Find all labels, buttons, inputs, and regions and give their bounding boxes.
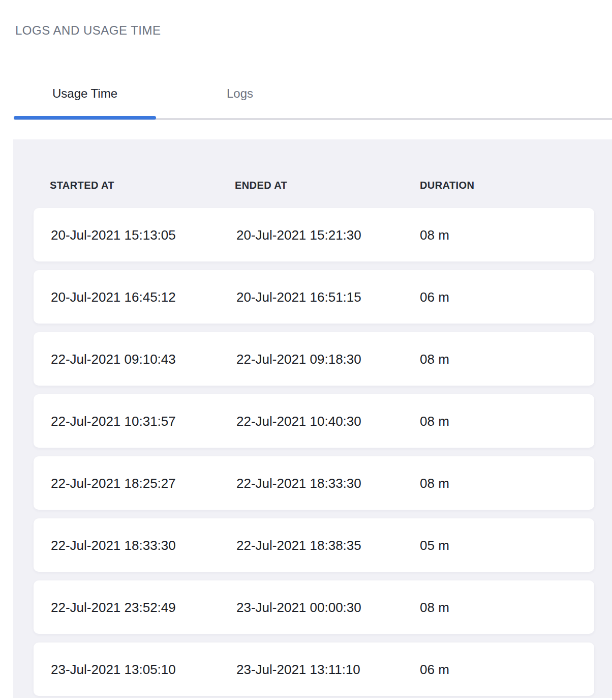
tab-usage-time[interactable]: Usage Time — [14, 71, 156, 116]
started-at-value: 22-Jul-2021 18:25:27 — [51, 475, 236, 491]
table-row: 22-Jul-2021 09:10:43 22-Jul-2021 09:18:3… — [34, 332, 594, 386]
ended-at-value: 23-Jul-2021 13:11:10 — [236, 661, 420, 678]
duration-value: 08 m — [420, 351, 594, 367]
started-at-value: 22-Jul-2021 10:31:57 — [51, 413, 236, 429]
table-row: 23-Jul-2021 13:05:10 23-Jul-2021 13:11:1… — [34, 643, 594, 696]
ended-at-value: 20-Jul-2021 16:51:15 — [236, 289, 420, 305]
column-header-duration: DURATION — [420, 180, 594, 190]
tab-logs[interactable]: Logs — [169, 71, 311, 116]
page-title: LOGS AND USAGE TIME — [15, 23, 612, 38]
table-row: 20-Jul-2021 16:45:12 20-Jul-2021 16:51:1… — [34, 270, 594, 324]
duration-value: 05 m — [420, 537, 594, 553]
duration-value: 08 m — [420, 475, 594, 491]
tabs-bar: Usage Time Logs — [0, 71, 612, 120]
started-at-value: 23-Jul-2021 13:05:10 — [51, 661, 236, 678]
tab-logs-label: Logs — [227, 86, 253, 101]
started-at-value: 22-Jul-2021 09:10:43 — [51, 351, 236, 367]
table-body: 20-Jul-2021 15:13:05 20-Jul-2021 15:21:3… — [34, 208, 594, 696]
logs-and-usage-page: LOGS AND USAGE TIME Usage Time Logs STAR… — [0, 0, 612, 700]
ended-at-value: 22-Jul-2021 18:38:35 — [236, 537, 420, 553]
ended-at-value: 22-Jul-2021 10:40:30 — [236, 413, 420, 429]
duration-value: 06 m — [420, 661, 594, 678]
column-header-ended-at: ENDED AT — [235, 180, 420, 190]
table-row: 22-Jul-2021 23:52:49 23-Jul-2021 00:00:3… — [34, 580, 594, 634]
started-at-value: 20-Jul-2021 16:45:12 — [51, 289, 236, 305]
duration-value: 06 m — [420, 289, 594, 305]
table-row: 22-Jul-2021 18:25:27 22-Jul-2021 18:33:3… — [34, 456, 594, 510]
ended-at-value: 23-Jul-2021 00:00:30 — [236, 599, 420, 616]
ended-at-value: 22-Jul-2021 09:18:30 — [236, 351, 420, 367]
duration-value: 08 m — [420, 413, 594, 429]
started-at-value: 22-Jul-2021 18:33:30 — [51, 537, 236, 553]
column-header-started-at: STARTED AT — [50, 180, 235, 190]
table-header-row: STARTED AT ENDED AT DURATION — [34, 180, 594, 190]
started-at-value: 20-Jul-2021 15:13:05 — [51, 227, 236, 243]
duration-value: 08 m — [420, 227, 594, 243]
table-row: 22-Jul-2021 18:33:30 22-Jul-2021 18:38:3… — [34, 518, 594, 572]
ended-at-value: 22-Jul-2021 18:33:30 — [236, 475, 420, 491]
ended-at-value: 20-Jul-2021 15:21:30 — [236, 227, 420, 243]
tab-usage-time-label: Usage Time — [52, 86, 117, 101]
table-row: 20-Jul-2021 15:13:05 20-Jul-2021 15:21:3… — [34, 208, 594, 261]
duration-value: 08 m — [420, 599, 594, 616]
started-at-value: 22-Jul-2021 23:52:49 — [51, 599, 236, 616]
table-row: 22-Jul-2021 10:31:57 22-Jul-2021 10:40:3… — [34, 394, 594, 448]
usage-time-panel: STARTED AT ENDED AT DURATION 20-Jul-2021… — [13, 139, 612, 698]
